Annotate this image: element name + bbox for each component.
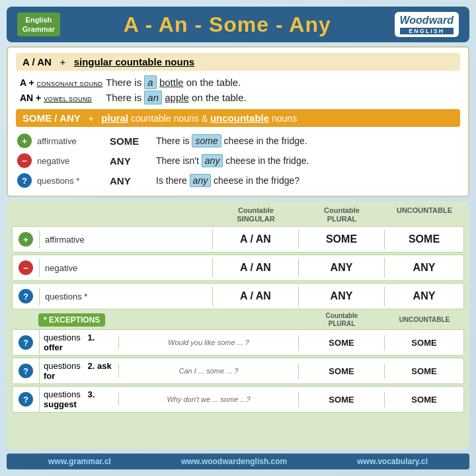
an-row: AN + vowel sound There is an apple on th… (16, 90, 460, 105)
exc-uncountable-1: SOME (384, 335, 463, 350)
examples-list: + affirmative SOME There is some cheese … (16, 131, 460, 190)
table-plural-affirmative: SOME (298, 229, 384, 249)
summary-table: CountableSINGULAR CountablePLURAL UNCOUN… (7, 201, 469, 450)
table-plural-questions: ANY (298, 286, 384, 306)
footer-link-vocabulary: www.vocabulary.cl (357, 457, 428, 466)
exc-label-3: questions 3. suggest (39, 387, 118, 412)
table-uncountable-questions: ANY (384, 286, 463, 306)
table-label-questions: questions * (39, 288, 212, 305)
exception-row-askfor: ? questions 2. ask for Can I ... some ..… (12, 358, 464, 384)
some-word: SOME (110, 136, 156, 147)
grammar-badge: English Grammar (17, 13, 60, 37)
table-row-questions: ? questions * A / AN ANY ANY (12, 283, 464, 309)
woodward-logo: Woodward ENGLISH (395, 12, 459, 37)
col-header-uncountable: UNCOUNTABLE (385, 206, 464, 223)
table-singular-affirmative: A / AN (212, 229, 298, 249)
any-word-neg: ANY (110, 155, 156, 167)
question-badge: ? (17, 173, 32, 188)
exceptions-col-uncountable: UNCOUNTABLE (385, 316, 464, 324)
some-any-rule-box: SOME / ANY + plural countable nouns & un… (16, 109, 460, 127)
exception-row-offer: ? questions 1. offer Would you like some… (12, 329, 464, 356)
table-badge-plus: + (13, 228, 39, 251)
any-word-q: ANY (110, 175, 156, 186)
exc-small-3: Why don't we ... some ...? (118, 393, 298, 406)
exc-badge-1: ? (13, 333, 39, 352)
an-label: AN + vowel sound (20, 93, 106, 103)
table-badge-minus: − (13, 257, 39, 279)
page-title: A - An - Some - Any (124, 13, 331, 37)
table-plural-negative: ANY (298, 258, 384, 278)
col-header-plural: CountablePLURAL (299, 206, 385, 223)
table-label-negative: negative (39, 259, 212, 277)
exceptions-col-plural: CountablePLURAL (299, 312, 385, 328)
a-example: There is a bottle on the table. (106, 77, 241, 88)
a-label: A + consonant sound (20, 77, 106, 88)
a-an-section: A / AN + singular countable nouns A + co… (7, 46, 469, 197)
exception-row-suggest: ? questions 3. suggest Why don't we ... … (12, 386, 464, 413)
an-example: There is an apple on the table. (106, 92, 247, 103)
questions-sentence: Is there any cheese in the fridge? (156, 175, 299, 186)
col-header-singular: CountableSINGULAR (213, 206, 299, 223)
table-label-affirmative: affirmative (39, 231, 212, 249)
footer-link-grammar: www.grammar.cl (48, 457, 111, 466)
exc-badge-2: ? (13, 361, 39, 381)
exc-plural-2: SOME (298, 364, 384, 379)
negative-sentence: There isn't any cheese in the fridge. (156, 155, 309, 166)
table-singular-negative: A / AN (212, 258, 298, 278)
a-an-rule-box: A / AN + singular countable nouns (16, 53, 460, 71)
header: English Grammar A - An - Some - Any Wood… (7, 7, 469, 42)
affirmative-sentence: There is some cheese in the fridge. (156, 136, 307, 146)
exc-label-2: questions 2. ask for (39, 358, 118, 383)
example-affirmative: + affirmative SOME There is some cheese … (16, 131, 460, 151)
table-header: CountableSINGULAR CountablePLURAL UNCOUN… (12, 206, 464, 223)
table-uncountable-negative: ANY (384, 258, 463, 278)
example-negative: − negative ANY There isn't any cheese in… (16, 151, 460, 171)
exc-uncountable-3: SOME (384, 392, 463, 407)
affirmative-label: affirmative (37, 136, 110, 146)
col-header-type (38, 206, 213, 223)
exceptions-badge: * EXCEPTIONS (38, 313, 105, 327)
minus-badge: − (17, 153, 32, 168)
exceptions-header-row: * EXCEPTIONS CountablePLURAL UNCOUNTABLE (12, 312, 464, 328)
exc-small-1: Would you like some ... ? (118, 336, 298, 349)
table-uncountable-affirmative: SOME (384, 229, 463, 249)
table-row-affirmative: + affirmative A / AN SOME SOME (12, 226, 464, 253)
a-row: A + consonant sound There is a bottle on… (16, 75, 460, 90)
footer: www.grammar.cl www.woodwardenglish.com w… (7, 454, 469, 469)
questions-label: questions * (37, 176, 110, 186)
exc-label-1: questions 1. offer (39, 330, 118, 355)
table-singular-questions: A / AN (212, 286, 298, 306)
footer-link-woodward: www.woodwardenglish.com (181, 457, 287, 466)
exc-badge-3: ? (13, 389, 39, 409)
negative-label: negative (37, 156, 110, 166)
example-questions: ? questions * ANY Is there any cheese in… (16, 171, 460, 190)
main-wrapper: English Grammar A - An - Some - Any Wood… (0, 0, 476, 476)
exc-uncountable-2: SOME (384, 364, 463, 379)
exc-plural-1: SOME (298, 335, 384, 350)
exc-plural-3: SOME (298, 392, 384, 407)
table-badge-question: ? (13, 285, 39, 307)
plus-badge: + (17, 134, 32, 148)
col-header-badge (12, 206, 38, 223)
exc-small-2: Can I ... some ... ? (118, 364, 298, 377)
table-row-negative: − negative A / AN ANY ANY (12, 255, 464, 281)
